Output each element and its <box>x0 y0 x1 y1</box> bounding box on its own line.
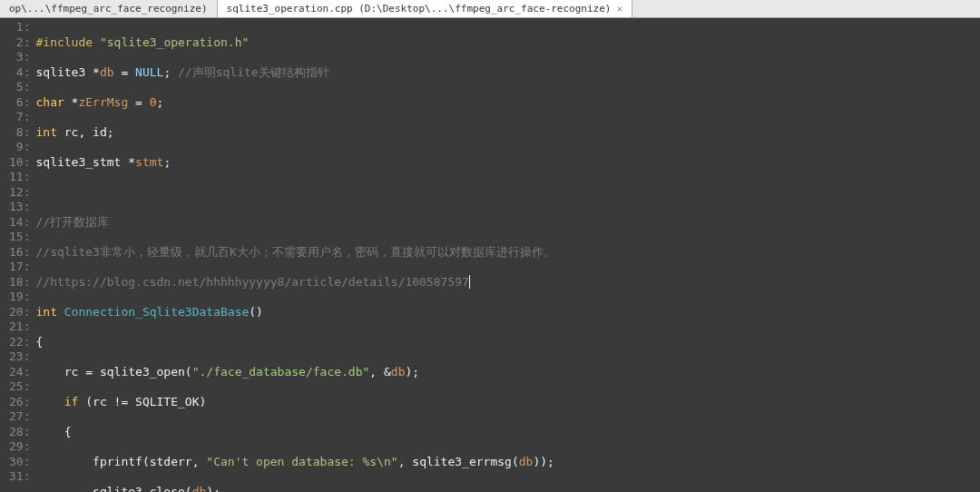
tab-label: sqlite3_operation.cpp (D:\Desktop\...\ff… <box>227 3 612 15</box>
kw: int <box>35 125 56 139</box>
var: db <box>192 485 207 493</box>
brace: { <box>35 335 43 349</box>
tok: )); <box>533 455 554 468</box>
str: "./face_database/face.db" <box>192 365 370 379</box>
tab-inactive[interactable]: op\...\ffmpeg_arc_face_recognize) <box>0 0 218 17</box>
code-area[interactable]: #include "sqlite3_operation.h" sqlite3 *… <box>35 18 980 492</box>
tok: ); <box>405 365 419 379</box>
tok: rc = sqlite3_open( <box>35 365 191 379</box>
null: NULL <box>135 65 163 79</box>
comment: //sqlite3非常小，轻量级，就几百K大小；不需要用户名，密码，直接就可以对… <box>35 245 554 259</box>
preproc: #include <box>35 35 93 49</box>
kw: if <box>64 395 79 408</box>
num: 0 <box>150 95 157 109</box>
comment: //打开数据库 <box>35 215 109 229</box>
tok <box>35 395 64 408</box>
brace: { <box>35 425 71 438</box>
tok: , sqlite3_errmsg( <box>398 455 519 468</box>
fn: Connection_Sqlite3DataBase <box>57 305 249 319</box>
tok: sqlite3_close( <box>35 485 191 493</box>
var: db <box>519 455 534 468</box>
tok: () <box>249 305 263 319</box>
close-icon[interactable]: ✕ <box>616 3 622 15</box>
var: db <box>391 365 406 379</box>
comment: //声明sqlite关键结构指针 <box>178 65 329 79</box>
var: stmt <box>135 155 163 169</box>
tok: ); <box>206 485 220 493</box>
text-cursor <box>469 275 470 289</box>
var: zErrMsg <box>78 95 128 109</box>
kw: int <box>35 305 56 319</box>
tok: ; <box>157 95 164 109</box>
tok: (rc != SQLITE_OK) <box>78 395 206 408</box>
kw: char <box>35 95 64 109</box>
header-str: "sqlite3_operation.h" <box>100 35 249 49</box>
tok: = <box>114 65 135 79</box>
var: db <box>100 65 114 79</box>
line-number-gutter: 1: 2: 3: 4: 5: 6: 7: 8: 9: 10: 11: 12: 1… <box>0 18 35 492</box>
tab-active[interactable]: sqlite3_operation.cpp (D:\Desktop\...\ff… <box>218 0 632 17</box>
comment: //https://blog.csdn.net/hhhhhyyyyy8/arti… <box>35 275 468 289</box>
tok: , & <box>369 365 390 379</box>
tok: fprintf(stderr, <box>35 455 206 468</box>
tok: ; <box>163 155 171 169</box>
tok: = <box>128 95 149 109</box>
tab-label: op\...\ffmpeg_arc_face_recognize) <box>9 3 208 15</box>
tab-bar: op\...\ffmpeg_arc_face_recognize) sqlite… <box>0 0 980 18</box>
tok: ; <box>163 65 178 79</box>
str: "Can't open database: %s\n" <box>206 455 397 468</box>
code-editor[interactable]: 1: 2: 3: 4: 5: 6: 7: 8: 9: 10: 11: 12: 1… <box>0 18 980 492</box>
tok: rc, id; <box>57 125 114 139</box>
tok: sqlite3 * <box>35 65 99 79</box>
tok: sqlite3_stmt * <box>35 155 135 169</box>
tok: * <box>64 95 79 109</box>
